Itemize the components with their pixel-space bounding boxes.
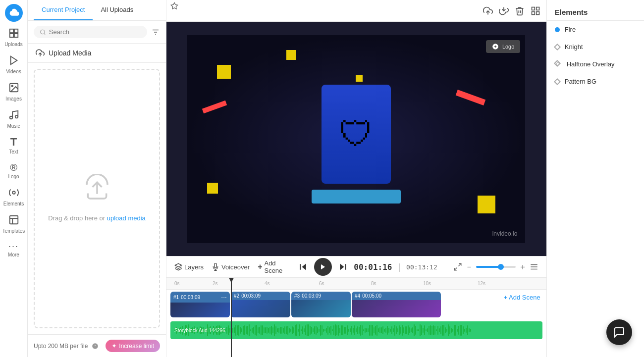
ruler-mark-8s: 8s	[371, 281, 376, 286]
search-box	[34, 26, 147, 38]
clip-3-thumbnail	[291, 300, 351, 317]
knight-pedestal	[312, 190, 401, 204]
download-toolbar-icon[interactable]	[499, 6, 509, 16]
search-area	[28, 21, 166, 44]
element-item-halftone[interactable]: Halftone Overlay	[547, 55, 644, 73]
elements-panel-header: Elements	[547, 0, 644, 21]
uploads-icon	[8, 28, 19, 40]
clip-3-header: #3 00:03:09	[291, 292, 351, 300]
sidebar-videos-label: Videos	[6, 69, 21, 74]
filter-icon[interactable]	[151, 28, 160, 37]
logo-icon: ®	[10, 162, 17, 172]
scene-track: #1 00:03:09 ··· #2 00:03:09	[166, 290, 546, 319]
sidebar-item-logo[interactable]: ® Logo	[0, 158, 27, 183]
search-input[interactable]	[49, 28, 141, 36]
pin-icon	[168, 0, 180, 12]
limit-text: Upto 200 MB per file	[34, 343, 88, 350]
add-scene-inline-button[interactable]: + Add Scene	[258, 259, 282, 274]
preview-area: 🛡 invideo.io Logo	[166, 22, 546, 256]
ruler-mark-2s: 2s	[213, 281, 218, 286]
svg-marker-32	[175, 263, 181, 267]
logo-badge[interactable]: Logo	[486, 40, 521, 53]
sidebar-item-elements[interactable]: Elements	[0, 183, 27, 210]
pattern-diamond-icon	[554, 78, 561, 85]
skip-forward-button[interactable]	[338, 262, 348, 272]
audio-track[interactable]: Storyblock Aud 144296	[170, 321, 542, 339]
knight-diamond-icon	[554, 43, 561, 50]
play-button[interactable]	[314, 258, 332, 276]
clip-1[interactable]: #1 00:03:09 ···	[170, 292, 230, 317]
sidebar-item-templates[interactable]: Templates	[0, 210, 27, 238]
elements-icon	[8, 187, 19, 200]
clip-2[interactable]: #2 00:03:09	[231, 292, 290, 317]
search-icon	[40, 29, 46, 36]
sidebar-item-music[interactable]: Music	[0, 105, 27, 133]
sidebar-text-label: Text	[9, 149, 18, 154]
delete-toolbar-icon[interactable]	[515, 6, 525, 16]
layers-button[interactable]: Layers	[174, 263, 204, 271]
timeline-settings-icon[interactable]	[530, 262, 538, 271]
sidebar-uploads-label: Uploads	[4, 42, 23, 47]
sidebar-item-images[interactable]: Images	[0, 78, 27, 105]
pixel-decoration	[286, 50, 296, 60]
upload-media-link[interactable]: upload media	[107, 214, 146, 222]
svg-rect-2	[9, 34, 13, 37]
timeline: 0s 2s 4s 6s 8s 10s 12s #1 00:03:09 ···	[166, 278, 546, 357]
upload-toolbar-icon[interactable]	[483, 6, 493, 16]
preview-watermark: invideo.io	[492, 230, 518, 237]
preview-background: 🛡 invideo.io Logo	[187, 35, 525, 243]
clip-4[interactable]: #4 00:05:00	[352, 292, 441, 317]
sidebar-item-text[interactable]: T Text	[0, 133, 27, 158]
chat-support-button[interactable]	[606, 319, 632, 345]
timeline-ruler: 0s 2s 4s 6s 8s 10s 12s	[166, 278, 546, 290]
zoom-controls: － ＋	[453, 262, 538, 272]
svg-rect-3	[14, 34, 17, 37]
zoom-out-button[interactable]: －	[465, 262, 473, 272]
fire-dot-icon	[555, 27, 560, 32]
playback-controls: 00:01:16 | 00:13:12	[298, 258, 437, 276]
tab-current-project[interactable]: Current Project	[34, 0, 93, 20]
svg-rect-26	[536, 7, 539, 10]
pixel-decoration	[478, 196, 495, 213]
upload-cloud-icon	[36, 49, 45, 57]
zoom-in-button[interactable]: ＋	[519, 262, 527, 272]
upload-limit-bar: Upto 200 MB per file ✦ Increase limit	[28, 334, 166, 357]
svg-marker-35	[302, 263, 306, 270]
clip-3[interactable]: #3 00:03:09	[291, 292, 351, 317]
skip-back-button[interactable]	[298, 262, 308, 272]
pixel-decoration-red	[456, 90, 485, 105]
images-icon	[8, 82, 19, 95]
tab-all-uploads[interactable]: All Uploads	[93, 0, 141, 20]
svg-point-8	[15, 115, 18, 118]
element-item-knight[interactable]: Knight	[547, 38, 644, 55]
add-scene-button[interactable]: + Add Scene	[504, 294, 540, 301]
svg-line-14	[44, 33, 45, 34]
sidebar-item-more[interactable]: ··· More	[0, 238, 27, 261]
grid-toolbar-icon[interactable]	[531, 6, 540, 16]
svg-point-9	[12, 191, 15, 194]
element-halftone-label: Halftone Overlay	[567, 60, 615, 68]
zoom-slider[interactable]	[476, 266, 516, 268]
fit-icon[interactable]	[453, 262, 462, 271]
svg-point-7	[9, 116, 12, 119]
sidebar-item-uploads[interactable]: Uploads	[0, 24, 27, 51]
element-item-fire[interactable]: Fire	[547, 21, 644, 38]
ruler-mark-0s: 0s	[174, 281, 180, 286]
halftone-diamond-icon	[555, 61, 562, 68]
ruler-mark-4s: 4s	[265, 281, 270, 286]
drop-zone-text: Drag & drop here or upload media	[48, 213, 146, 223]
info-icon	[92, 343, 99, 350]
element-item-pattern[interactable]: Pattern BG	[547, 73, 644, 90]
drop-upload-icon	[83, 174, 111, 207]
element-knight-label: Knight	[565, 43, 583, 51]
increase-limit-button[interactable]: ✦ Increase limit	[106, 340, 160, 352]
layers-icon	[174, 263, 182, 271]
pixel-decoration	[356, 75, 363, 82]
voiceover-button[interactable]: Voiceover	[212, 263, 250, 271]
upload-drop-zone[interactable]: Drag & drop here or upload media	[34, 69, 160, 328]
sidebar-item-videos[interactable]: Videos	[0, 51, 27, 78]
pixel-decoration-red	[202, 100, 227, 113]
timeline-playhead[interactable]	[231, 278, 232, 357]
app-logo[interactable]	[5, 4, 23, 22]
upload-media-button[interactable]: Upload Media	[28, 44, 166, 63]
